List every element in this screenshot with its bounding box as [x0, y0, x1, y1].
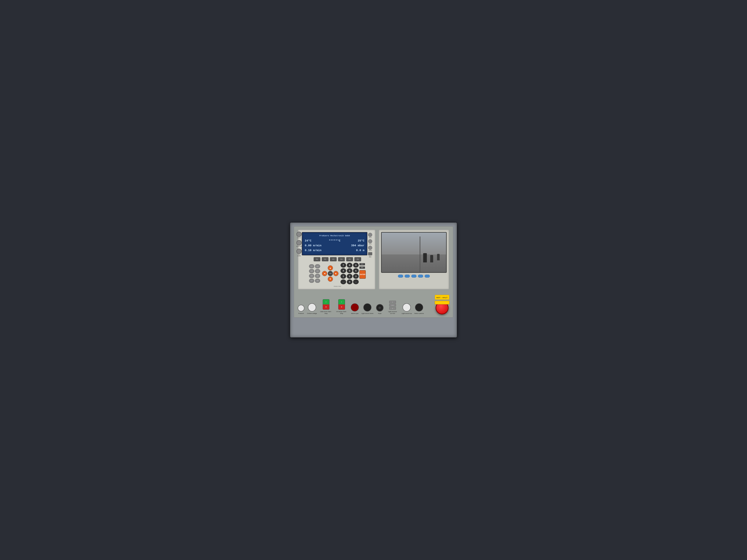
- arrow-right-button[interactable]: ►: [333, 271, 338, 276]
- dprot-usb-button[interactable]: [297, 240, 302, 245]
- select-camera-group: Select camera: [414, 303, 424, 315]
- watt-400-button[interactable]: [368, 233, 372, 237]
- l3-button[interactable]: L3: [309, 269, 314, 273]
- num-4-button[interactable]: 4: [340, 268, 346, 273]
- pad-empty-tl: [322, 265, 327, 271]
- watt-600-button[interactable]: [368, 239, 372, 243]
- light-sources-label: Light sources 1/1+2/2: [386, 311, 399, 314]
- l4-button[interactable]: L4: [315, 269, 320, 273]
- f2-button[interactable]: F2: [322, 257, 329, 261]
- emergency-label: NOT - HALT: [437, 297, 447, 298]
- l6-button[interactable]: L6: [315, 274, 320, 278]
- light-source-down-button[interactable]: [363, 303, 371, 312]
- control-voltage-label: Control voltage: [307, 313, 317, 315]
- function-buttons: F1 F2 F3 F4 F5 F6: [302, 257, 373, 261]
- figure-3: [437, 254, 440, 260]
- arrow-pad: ▲ ◄ TAB ► ▼: [322, 265, 339, 282]
- watt-1000-button[interactable]: [368, 246, 372, 250]
- num-3-button[interactable]: 3: [353, 274, 359, 279]
- num-0-button[interactable]: 0: [347, 279, 352, 284]
- prot-on-off-button[interactable]: [297, 249, 302, 254]
- l5-button[interactable]: L5: [309, 274, 314, 278]
- arrow-up-button[interactable]: ▲: [328, 265, 333, 271]
- controller-brand: FEMIS F453: [302, 286, 373, 287]
- cable-drum-group: I O cable drum Start - Stop: [319, 299, 333, 314]
- num-minus-button[interactable]: -: [353, 279, 359, 284]
- controller-unit: Unit On DProt USB Prot On/Off ProKaero M…: [298, 230, 376, 290]
- uv-lamps-label: UV-lamps Start - Stop: [335, 311, 348, 314]
- lcd-speed2: 0.10 m/min: [305, 248, 321, 253]
- unit-on-label: Unit On: [297, 237, 301, 238]
- lcd-row-3: 0.10 m/min 0.0 m: [305, 248, 364, 253]
- uv-toggle-top: I: [338, 299, 345, 304]
- reset-meter-button[interactable]: [368, 252, 372, 255]
- lcd-display: ProKaero Mechatronik GmbH 24°C *****°C 2…: [302, 232, 367, 256]
- numpad-section: 7 8 9 4 5 6 1 2 3 . 0 -: [340, 263, 366, 284]
- light-source-down-label: Light source down: [361, 313, 374, 315]
- lcd-temp1: 24°C: [305, 239, 311, 243]
- light-sources-selector: 1 1+2 2: [389, 301, 396, 310]
- hupe-button[interactable]: ⊛: [376, 304, 384, 312]
- arrow-down-button[interactable]: ▼: [328, 276, 333, 282]
- num-1-button[interactable]: 1: [340, 274, 346, 279]
- protocol-group: Protocol: [298, 305, 304, 315]
- ls-2-button[interactable]: 2: [389, 307, 396, 310]
- num-9-button[interactable]: 9: [353, 263, 359, 268]
- monitor-unit: [379, 230, 449, 290]
- figure-2: [430, 255, 433, 262]
- l1-button[interactable]: L1: [309, 264, 314, 268]
- num-5-button[interactable]: 5: [347, 268, 352, 273]
- esc-del-enter: ESC DEL ENTER: [359, 263, 366, 284]
- f1-button[interactable]: F1: [314, 257, 320, 261]
- f4-button[interactable]: F4: [338, 257, 345, 261]
- f5-button[interactable]: F5: [346, 257, 353, 261]
- f6-button[interactable]: F6: [354, 257, 361, 261]
- num-8-button[interactable]: 8: [347, 263, 352, 268]
- control-voltage-button[interactable]: [308, 303, 316, 312]
- cable-drum-toggle[interactable]: I O: [323, 299, 329, 310]
- monitor-btn-3[interactable]: [411, 275, 416, 277]
- lcd-side-buttons: 400 W 600 W 1000 W Reset Meter: [368, 233, 372, 258]
- num-2-button[interactable]: 2: [347, 274, 352, 279]
- select-camera-label: Select camera: [414, 313, 424, 315]
- monitor-btn-2[interactable]: [405, 275, 410, 277]
- unit-on-button[interactable]: [297, 232, 302, 237]
- lcd-row-2: 0.00 m/min 394 mbar: [305, 243, 364, 248]
- monitor-btn-1[interactable]: [398, 275, 403, 277]
- l8-button[interactable]: L8: [315, 279, 320, 283]
- light-source-up-button[interactable]: [403, 303, 411, 312]
- emergency-stop-button[interactable]: [436, 301, 448, 315]
- monitor-btn-4[interactable]: [418, 275, 423, 277]
- emergency-top-bar: NOT - HALT: [435, 295, 449, 300]
- del-button[interactable]: DEL: [359, 266, 365, 269]
- f3-button[interactable]: F3: [330, 257, 337, 261]
- ls-12-button[interactable]: 1+2: [389, 304, 396, 306]
- numpad: 7 8 9 4 5 6 1 2 3 . 0 -: [340, 263, 359, 284]
- uv-lamps-group: I O UV-lamps Start - Stop: [335, 299, 348, 314]
- l2-button[interactable]: L2: [315, 264, 320, 268]
- pad-empty-bl: [322, 276, 327, 282]
- tab-button[interactable]: TAB: [328, 271, 333, 276]
- alarms-quit-button[interactable]: [351, 303, 359, 312]
- enter-button[interactable]: ENTER: [359, 270, 366, 279]
- l7-button[interactable]: L7: [309, 279, 314, 283]
- lcd-speed1: 0.00 m/min: [305, 243, 321, 248]
- select-camera-button[interactable]: [415, 303, 423, 312]
- watt-400-label: 400 W: [369, 237, 371, 238]
- num-6-button[interactable]: 6: [353, 268, 359, 273]
- light-source-down-group: Light source down: [361, 303, 374, 315]
- hupe-label: Hupe: [378, 313, 382, 315]
- num-dot-button[interactable]: .: [340, 279, 346, 284]
- toggle-bottom-red: O: [323, 304, 329, 310]
- protocol-button[interactable]: [298, 305, 304, 312]
- uv-lamps-toggle[interactable]: I O: [338, 299, 345, 310]
- monitor-btn-5[interactable]: [424, 275, 430, 277]
- lcd-row-1: 24°C *****°C 25°C: [305, 239, 364, 243]
- ls-1-button[interactable]: 1: [389, 301, 396, 303]
- arrow-left-button[interactable]: ◄: [322, 271, 327, 276]
- prot-on-off-label: Prot On/Off: [296, 254, 302, 257]
- num-7-button[interactable]: 7: [340, 263, 346, 268]
- esc-button[interactable]: ESC: [359, 263, 365, 265]
- bottom-section: Protocol Control voltage I O cable drum …: [298, 293, 449, 315]
- reset-meter-label: Reset Meter: [368, 256, 372, 258]
